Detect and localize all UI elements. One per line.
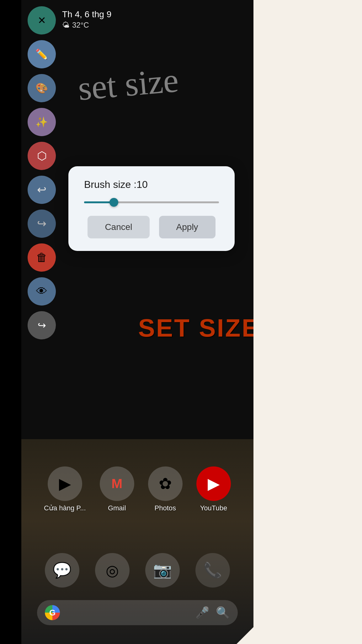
date-weather-widget: Th 4, 6 thg 9 🌤 32°C (62, 9, 111, 29)
exit-button[interactable]: ↪ (28, 311, 56, 339)
drawing-toolbar: ✕ ✏️ 🎨 ✨ ⬡ ↩ ↪ 🗑 👁 ↪ (28, 0, 56, 339)
dialog-title: Brush size :10 (84, 179, 219, 190)
eye-icon: 👁 (36, 285, 47, 298)
close-icon: ✕ (38, 14, 46, 26)
set-size-watermark: SET SIZE (138, 314, 253, 343)
google-search-bar[interactable]: G 🎤 🔍 (37, 600, 238, 625)
triangle-overlay (237, 519, 362, 644)
exit-icon: ↪ (38, 319, 46, 331)
youtube-label: YouTube (200, 504, 227, 512)
date-text: Th 4, 6 thg 9 (62, 9, 111, 19)
apply-button[interactable]: Apply (159, 216, 216, 238)
photos-label: Photos (155, 504, 176, 512)
cancel-button[interactable]: Cancel (88, 216, 149, 238)
messages-icon: 💬 (53, 562, 72, 579)
redo-button[interactable]: ↪ (28, 210, 56, 238)
temperature: 32°C (72, 21, 89, 29)
search-action-icons: 🎤 🔍 (195, 606, 230, 619)
delete-icon: 🗑 (36, 251, 47, 264)
dialog-buttons: Cancel Apply (84, 216, 219, 238)
playstore-label: Cửa hàng P... (44, 504, 86, 512)
pencil-button[interactable]: ✏️ (28, 40, 56, 68)
playstore-icon[interactable]: ▶ (48, 466, 82, 501)
brush-size-dialog: Brush size :10 Cancel Apply (68, 166, 235, 251)
eye-button[interactable]: 👁 (28, 277, 56, 306)
undo-icon: ↩ (37, 183, 46, 196)
photos-icon[interactable]: ✿ (148, 466, 183, 501)
effects-button[interactable]: ✨ (28, 108, 56, 136)
gmail-icon[interactable]: M (100, 466, 134, 501)
close-button[interactable]: ✕ (28, 6, 56, 35)
effects-icon: ✨ (35, 116, 48, 128)
dock-messages[interactable]: 💬 (45, 553, 79, 588)
lens-icon[interactable]: 🔍 (216, 606, 230, 619)
redo-icon: ↪ (37, 217, 46, 230)
dock-phone[interactable]: 📞 (195, 553, 230, 588)
palette-icon: 🎨 (35, 82, 48, 94)
app-icons-row: ▶ Cửa hàng P... M Gmail ✿ Photos ▶ YouTu… (37, 466, 238, 512)
phone-icon: 📞 (203, 562, 222, 579)
pencil-icon: ✏️ (35, 48, 48, 60)
chrome-icon: ◎ (106, 562, 119, 579)
eraser-button[interactable]: ⬡ (28, 142, 56, 170)
dock-camera[interactable]: 📷 (145, 553, 180, 588)
undo-button[interactable]: ↩ (28, 176, 56, 204)
app-youtube[interactable]: ▶ YouTube (196, 466, 231, 512)
dock-chrome[interactable]: ◎ (95, 553, 130, 588)
app-gmail[interactable]: M Gmail (100, 466, 134, 512)
microphone-icon[interactable]: 🎤 (195, 606, 210, 619)
eraser-icon: ⬡ (37, 149, 47, 162)
slider-track (84, 201, 219, 203)
weather-text: 🌤 32°C (62, 21, 111, 29)
gmail-label: Gmail (108, 504, 126, 512)
brush-size-slider-container[interactable] (84, 201, 219, 203)
palette-button[interactable]: 🎨 (28, 74, 56, 102)
youtube-icon[interactable]: ▶ (196, 466, 231, 501)
google-logo: G (45, 605, 60, 620)
google-g-letter: G (49, 608, 56, 618)
delete-button[interactable]: 🗑 (28, 243, 56, 272)
slider-thumb[interactable] (109, 198, 118, 207)
app-playstore[interactable]: ▶ Cửa hàng P... (44, 466, 86, 512)
phone-screen: set size Th 4, 6 thg 9 🌤 32°C ✕ ✏️ 🎨 ✨ ⬡… (21, 0, 253, 644)
bottom-dock: 💬 ◎ 📷 📞 (37, 553, 238, 588)
weather-icon: 🌤 (62, 21, 70, 29)
app-photos[interactable]: ✿ Photos (148, 466, 183, 512)
camera-icon: 📷 (153, 562, 172, 579)
